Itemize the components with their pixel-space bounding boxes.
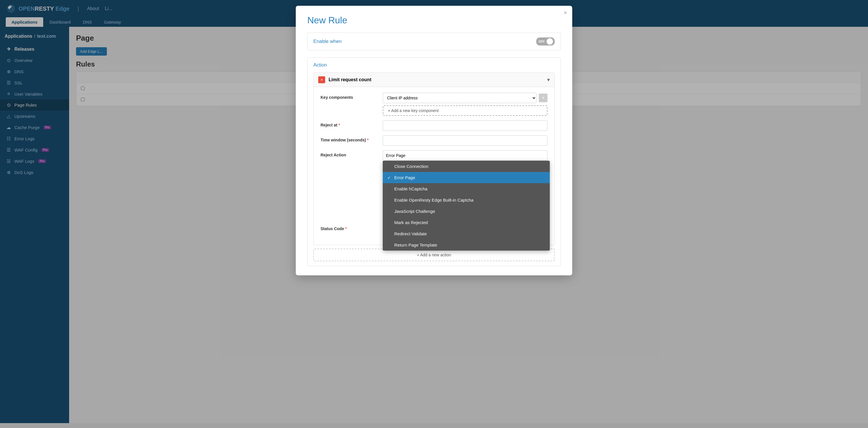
enable-when-section: Enable when OFF [307,33,561,51]
status-code-label: Status Code * [320,224,378,231]
add-key-component-button[interactable]: + Add a new key component [383,105,548,116]
modal-close-button[interactable]: × [564,10,567,16]
new-rule-modal: × New Rule Enable when OFF Action × Limi… [296,6,572,275]
dropdown-item-mark-as-rejected[interactable]: Mark as Rejected [383,217,550,228]
reject-action-input[interactable] [383,150,548,161]
key-component-remove-button[interactable]: × [539,94,548,102]
modal-title: New Rule [307,15,561,26]
key-components-label: Key components [320,93,378,100]
rule-title: Limit request count [329,77,544,82]
reject-action-controls: Close Connection ✓ Error Page Enable hCa… [383,150,548,161]
reject-action-label: Reject Action [320,150,378,157]
key-components-controls: Client IP address × + Add a new key comp… [383,93,548,116]
reject-at-row: Reject at * [320,120,548,131]
dropdown-item-error-page[interactable]: ✓ Error Page [383,172,550,183]
dropdown-item-enable-openresty-captcha[interactable]: Enable OpenResty Edge Built-in Captcha [383,194,550,206]
rule-expand-button[interactable]: ▾ [547,77,550,83]
time-window-row: Time window (seconds) * [320,135,548,146]
reject-at-label: Reject at * [320,120,378,127]
action-label: Action [313,62,555,68]
action-section: Action × Limit request count ▾ Key compo… [307,57,561,266]
reject-action-row: Reject Action Close Connection ✓ [320,150,548,161]
toggle-off-label: OFF [538,40,546,43]
dropdown-item-close-connection[interactable]: Close Connection [383,161,550,172]
key-components-row: Key components Client IP address × + Add… [320,93,548,116]
dropdown-item-enable-hcaptcha[interactable]: Enable hCaptcha [383,183,550,194]
reject-action-dropdown: Close Connection ✓ Error Page Enable hCa… [383,161,550,251]
reject-at-controls [383,120,548,131]
rule-header: × Limit request count ▾ [314,73,554,87]
add-action-button[interactable]: + Add a new action [417,253,451,257]
toggle-knob [547,38,553,44]
modal-overlay: × New Rule Enable when OFF Action × Limi… [0,0,868,423]
rule-box: × Limit request count ▾ Key components C… [313,72,555,245]
dropdown-item-javascript-challenge[interactable]: JavaScript Challenge [383,206,550,217]
time-window-label: Time window (seconds) * [320,135,378,142]
rule-remove-button[interactable]: × [318,76,325,83]
enable-when-label: Enable when [313,39,342,44]
key-component-row: Client IP address × [383,93,548,103]
time-window-controls [383,135,548,146]
reject-at-input[interactable] [383,120,548,131]
dropdown-item-return-page-template[interactable]: Return Page Template [383,239,550,251]
key-component-select[interactable]: Client IP address [383,93,536,103]
dropdown-item-redirect-validate[interactable]: Redirect Validate [383,228,550,239]
enable-when-toggle[interactable]: OFF [536,37,555,45]
time-window-input[interactable] [383,135,548,146]
rule-body: Key components Client IP address × + Add… [314,87,554,245]
